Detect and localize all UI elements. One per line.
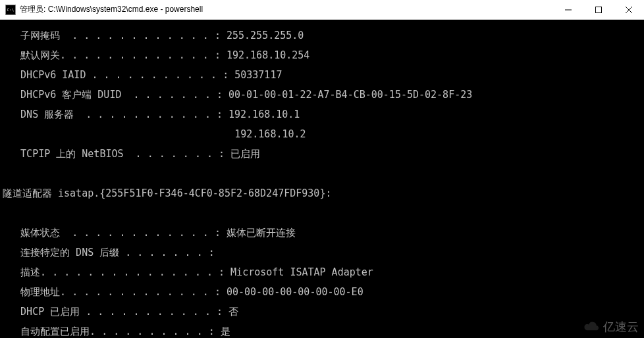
window-controls [553,0,644,20]
label: 描述. . . . . . . . . . . . . . . : [3,266,230,278]
window-title: 管理员: C:\Windows\system32\cmd.exe - power… [20,4,553,15]
tunnel-adapter-header: 隧道适配器 isatap.{255F51F0-F346-4CF0-85F2-68… [3,189,641,199]
label: 自动配置已启用. . . . . . . . . . : [3,326,221,337]
cmd-icon [5,5,16,15]
label: 默认网关. . . . . . . . . . . . . : [3,49,227,61]
label: 物理地址. . . . . . . . . . . . . : [3,286,227,298]
label: 媒体状态 . . . . . . . . . . . . : [3,227,227,239]
cloud-icon [582,321,601,333]
label: 连接特定的 DNS 后缀 . . . . . . . : [3,248,641,258]
value: 192.168.10.254 [227,49,309,61]
close-button[interactable] [614,0,644,20]
watermark-text: 亿速云 [603,322,639,332]
label: DHCPv6 IAID . . . . . . . . . . . : [3,69,234,81]
value: 媒体已断开连接 [227,227,296,239]
cmd-window: 管理员: C:\Windows\system32\cmd.exe - power… [0,0,644,338]
titlebar[interactable]: 管理员: C:\Windows\system32\cmd.exe - power… [0,0,644,20]
value: 192.168.10.2 [3,130,641,139]
svg-rect-1 [596,7,602,12]
maximize-button[interactable] [583,0,614,20]
value: 192.168.10.1 [228,109,300,120]
value: 50337117 [234,69,282,81]
value: 已启用 [230,148,260,160]
value: 255.255.255.0 [227,30,304,41]
label: TCPIP 上的 NetBIOS . . . . . . . : [3,148,230,160]
label: 子网掩码 . . . . . . . . . . . . : [3,30,227,41]
watermark: 亿速云 [582,321,639,333]
value: 否 [228,306,238,318]
value: 00-01-00-01-22-A7-B4-CB-00-15-5D-02-8F-2… [228,89,472,101]
value: 00-00-00-00-00-00-00-E0 [227,286,363,298]
label: DHCPv6 客户端 DUID . . . . . . . : [3,89,228,101]
label: DNS 服务器 . . . . . . . . . . . : [3,109,228,120]
value: 是 [221,326,230,337]
minimize-button[interactable] [553,0,583,20]
value: Microsoft ISATAP Adapter [230,266,373,278]
terminal-output[interactable]: 子网掩码 . . . . . . . . . . . . : 255.255.2… [0,20,644,338]
label: DHCP 已启用 . . . . . . . . . . . : [3,306,228,318]
